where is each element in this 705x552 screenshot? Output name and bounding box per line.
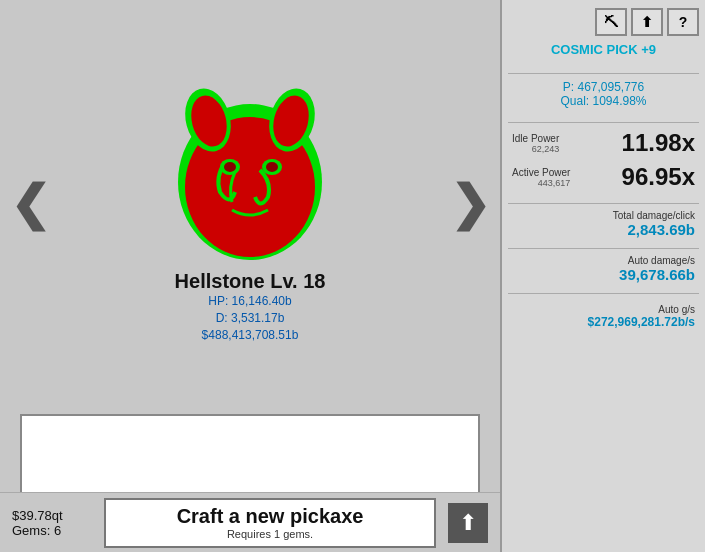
svg-point-7 bbox=[224, 162, 236, 172]
monster-section: ❮ bbox=[0, 0, 500, 406]
divider-2 bbox=[508, 122, 699, 123]
bottom-bar: $39.78qt Gems: 6 Craft a new pickaxe Req… bbox=[0, 492, 500, 552]
idle-power-value: 11.98x bbox=[622, 129, 695, 157]
auto-dmg-label: Auto damage/s bbox=[512, 255, 695, 266]
total-dmg-value: 2,843.69b bbox=[512, 221, 695, 238]
pick-title: COSMIC PICK +9 bbox=[551, 42, 656, 57]
monster-container: Hellstone Lv. 18 HP: 16,146.40b D: 3,531… bbox=[160, 62, 340, 343]
divider-4 bbox=[508, 248, 699, 249]
active-power-row: Active Power 443,617 96.95x bbox=[508, 163, 699, 191]
pickaxe-icon-btn[interactable]: ⛏ bbox=[595, 8, 627, 36]
currency-value: $39.78qt bbox=[12, 508, 92, 523]
currency-display: $39.78qt Gems: 6 bbox=[12, 508, 92, 538]
craft-btn-sub-label: Requires 1 gems. bbox=[227, 528, 313, 540]
next-arrow[interactable]: ❯ bbox=[450, 175, 490, 231]
pickaxe-power-stat: P: 467,095,776 bbox=[560, 80, 646, 94]
auto-g-value: $272,969,281.72b/s bbox=[512, 315, 695, 329]
divider-1 bbox=[508, 73, 699, 74]
idle-power-row: Idle Power 62,243 11.98x bbox=[508, 129, 699, 157]
auto-dmg-value: 39,678.66b bbox=[512, 266, 695, 283]
monster-image bbox=[160, 62, 340, 262]
auto-g-section: Auto g/s $272,969,281.72b/s bbox=[508, 304, 699, 329]
active-power-label: Active Power 443,617 bbox=[512, 167, 570, 188]
total-dmg-label: Total damage/click bbox=[512, 210, 695, 221]
pickaxe-qual-stat: Qual: 1094.98% bbox=[560, 94, 646, 108]
monster-dmg: D: 3,531.17b bbox=[216, 311, 285, 325]
main-container: ❮ bbox=[0, 0, 705, 552]
upload-icon[interactable] bbox=[448, 503, 488, 543]
monster-name: Hellstone Lv. 18 bbox=[175, 270, 326, 293]
auto-dmg-section: Auto damage/s 39,678.66b bbox=[508, 255, 699, 283]
gems-value: Gems: 6 bbox=[12, 523, 92, 538]
upload-icon-btn[interactable]: ⬆ bbox=[631, 8, 663, 36]
divider-3 bbox=[508, 203, 699, 204]
monster-hp: HP: 16,146.40b bbox=[208, 294, 291, 308]
total-dmg-section: Total damage/click 2,843.69b bbox=[508, 210, 699, 238]
right-panel: ⛏ ⬆ ? COSMIC PICK +9 P: 467,095,776 Qual… bbox=[500, 0, 705, 552]
svg-point-9 bbox=[266, 162, 278, 172]
auto-g-label: Auto g/s bbox=[512, 304, 695, 315]
pickaxe-stat-block: P: 467,095,776 Qual: 1094.98% bbox=[560, 80, 646, 108]
divider-5 bbox=[508, 293, 699, 294]
left-panel: ❮ bbox=[0, 0, 500, 552]
top-icons: ⛏ ⬆ ? bbox=[595, 8, 699, 36]
craft-btn-main-label: Craft a new pickaxe bbox=[177, 505, 364, 528]
idle-power-label: Idle Power 62,243 bbox=[512, 133, 559, 154]
monster-stats: HP: 16,146.40b D: 3,531.17b $488,413,708… bbox=[202, 293, 299, 343]
help-icon-btn[interactable]: ? bbox=[667, 8, 699, 36]
prev-arrow[interactable]: ❮ bbox=[10, 175, 50, 231]
craft-pickaxe-button[interactable]: Craft a new pickaxe Requires 1 gems. bbox=[104, 498, 436, 548]
active-power-value: 96.95x bbox=[622, 163, 695, 191]
monster-reward: $488,413,708.51b bbox=[202, 328, 299, 342]
